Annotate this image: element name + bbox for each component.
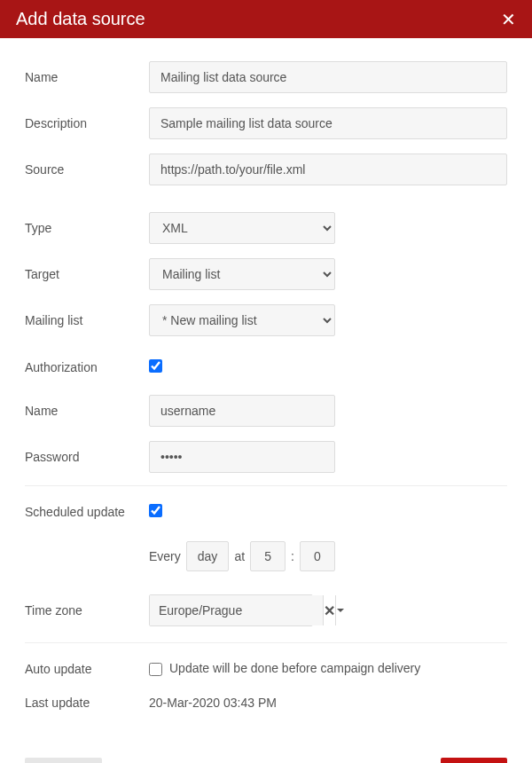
scheduled-update-label: Scheduled update <box>25 505 149 519</box>
timezone-input[interactable] <box>150 595 323 625</box>
auth-name-input[interactable] <box>149 395 335 427</box>
description-label: Description <box>25 116 149 130</box>
auth-name-label: Name <box>25 404 149 418</box>
name-input[interactable] <box>149 61 507 93</box>
schedule-hour-input[interactable] <box>250 541 286 571</box>
type-label: Type <box>25 221 149 235</box>
description-input[interactable] <box>149 107 507 139</box>
dialog-buttons: Cancel Save <box>25 758 507 763</box>
close-icon[interactable]: ✕ <box>501 11 516 28</box>
authorization-checkbox[interactable] <box>149 359 162 373</box>
dialog-body: Name Description Source Type XML Target <box>0 38 532 763</box>
divider <box>25 485 507 486</box>
dialog-header: Add data source ✕ <box>0 0 532 38</box>
dialog-title: Add data source <box>16 9 145 29</box>
mailing-list-select[interactable]: * New mailing list <box>149 304 335 336</box>
schedule-unit-box[interactable]: day <box>186 541 230 571</box>
target-label: Target <box>25 267 149 281</box>
auto-update-label: Auto update <box>25 661 149 676</box>
name-label: Name <box>25 70 149 84</box>
password-label: Password <box>25 450 149 464</box>
timezone-clear-icon[interactable]: ✕ <box>323 595 335 625</box>
every-label: Every <box>149 549 181 563</box>
last-update-value: 20-Mar-2020 03:43 PM <box>149 696 507 710</box>
timezone-combobox: ✕ <box>149 594 313 626</box>
source-input[interactable] <box>149 153 507 185</box>
authorization-label: Authorization <box>25 360 149 374</box>
last-update-label: Last update <box>25 696 149 710</box>
target-select[interactable]: Mailing list <box>149 258 335 290</box>
at-label: at <box>234 549 245 563</box>
auto-update-description: Update will be done before campaign deli… <box>169 661 420 675</box>
scheduled-update-checkbox[interactable] <box>149 504 162 517</box>
type-select[interactable]: XML <box>149 212 335 244</box>
mailing-list-label: Mailing list <box>25 313 149 327</box>
add-data-source-dialog: Add data source ✕ Name Description Sourc… <box>0 0 532 763</box>
timezone-label: Time zone <box>25 603 149 617</box>
schedule-minute-input[interactable] <box>300 541 335 571</box>
auto-update-checkbox[interactable] <box>149 663 162 676</box>
colon-label: : <box>291 549 294 563</box>
divider-2 <box>25 642 507 643</box>
save-button[interactable]: Save <box>441 758 507 763</box>
cancel-button[interactable]: Cancel <box>25 758 102 763</box>
timezone-dropdown-icon[interactable] <box>335 595 345 625</box>
password-input[interactable] <box>149 441 335 473</box>
source-label: Source <box>25 162 149 177</box>
